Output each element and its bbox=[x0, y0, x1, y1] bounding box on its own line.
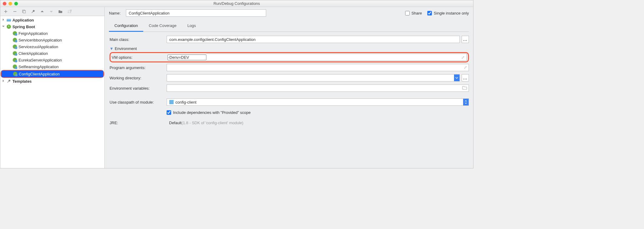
single-instance-checkbox[interactable]: Single instance only bbox=[427, 11, 469, 15]
expand-icon[interactable]: ⤢ bbox=[461, 55, 465, 60]
chevron-right-icon bbox=[2, 80, 5, 83]
main-class-label: Main class: bbox=[110, 37, 167, 42]
share-checkbox[interactable]: Share bbox=[405, 11, 422, 15]
titlebar: Run/Debug Configurations bbox=[0, 0, 473, 7]
tree-item[interactable]: SelflearningApplication bbox=[0, 63, 104, 70]
working-dir-label: Working directory: bbox=[110, 76, 167, 80]
tree-item[interactable]: ClientApplication bbox=[0, 50, 104, 57]
svg-text:z: z bbox=[69, 9, 72, 14]
svg-point-8 bbox=[15, 33, 17, 36]
program-args-input[interactable] bbox=[167, 64, 469, 71]
spring-boot-icon bbox=[12, 64, 17, 69]
folder-open-icon[interactable] bbox=[462, 85, 467, 90]
jre-dropdown[interactable]: Default (1.8 - SDK of 'config-client' mo… bbox=[167, 119, 469, 126]
name-label: Name: bbox=[109, 11, 126, 15]
env-vars-input[interactable] bbox=[167, 85, 469, 92]
remove-icon[interactable] bbox=[12, 9, 17, 14]
tree-node-springboot[interactable]: Spring Boot bbox=[0, 23, 104, 30]
browse-button[interactable]: ... bbox=[462, 74, 469, 81]
tree-item[interactable]: EurekaServerApplication bbox=[0, 57, 104, 63]
dropdown-arrow-icon[interactable] bbox=[463, 99, 469, 105]
svg-point-12 bbox=[15, 47, 17, 49]
copy-icon[interactable] bbox=[22, 9, 26, 14]
config-tree[interactable]: Application Spring Boot FeignApplication… bbox=[0, 16, 104, 168]
module-icon bbox=[169, 100, 174, 104]
svg-rect-1 bbox=[23, 11, 25, 13]
name-input[interactable] bbox=[126, 9, 266, 17]
dropdown-arrow-icon[interactable] bbox=[454, 75, 459, 81]
chevron-down-icon bbox=[2, 25, 5, 28]
tree-node-application[interactable]: Application bbox=[0, 17, 104, 23]
chevron-right-icon bbox=[2, 18, 5, 22]
svg-point-10 bbox=[15, 40, 17, 42]
classpath-dropdown[interactable]: config-client bbox=[167, 98, 469, 106]
tree-node-templates[interactable]: Templates bbox=[0, 78, 104, 85]
chevron-down-icon: ▼ bbox=[110, 46, 114, 51]
application-icon bbox=[6, 18, 11, 22]
browse-button[interactable]: ... bbox=[462, 36, 469, 43]
spring-boot-icon bbox=[12, 44, 17, 49]
selected-highlight: ConfigClientApplication bbox=[1, 70, 104, 78]
tab-code-coverage[interactable]: Code Coverage bbox=[143, 21, 182, 32]
environment-section-header[interactable]: ▼ Environment bbox=[110, 46, 469, 51]
main-class-input[interactable] bbox=[167, 36, 460, 43]
svg-rect-5 bbox=[7, 18, 11, 19]
working-dir-input[interactable] bbox=[167, 74, 460, 81]
right-panel: Name: Share Single instance only Configu… bbox=[105, 7, 473, 168]
wrench-icon[interactable] bbox=[31, 9, 36, 14]
window-title: Run/Debug Configurations bbox=[3, 1, 471, 6]
spring-boot-icon bbox=[12, 51, 17, 56]
tab-logs[interactable]: Logs bbox=[182, 21, 201, 32]
spring-boot-icon bbox=[12, 31, 17, 36]
classpath-label: Use classpath of module: bbox=[110, 100, 167, 105]
tree-item[interactable]: ServicezuulApplication bbox=[0, 43, 104, 50]
window-zoom-icon[interactable] bbox=[14, 2, 18, 5]
spring-boot-icon bbox=[6, 24, 11, 29]
up-icon[interactable] bbox=[40, 9, 45, 14]
tree-item[interactable]: ServiceribbonApplication bbox=[0, 37, 104, 43]
include-provided-checkbox[interactable]: Include dependencies with "Provided" sco… bbox=[167, 110, 251, 115]
env-vars-label: Environment variables: bbox=[110, 86, 167, 91]
down-icon[interactable] bbox=[49, 9, 54, 14]
left-panel: az Application Spring Boot FeignApplicat… bbox=[0, 7, 105, 168]
vm-options-highlight: VM options: ⤢ bbox=[110, 52, 469, 62]
svg-point-20 bbox=[15, 74, 18, 76]
program-args-label: Program arguments: bbox=[110, 65, 167, 70]
tab-configuration[interactable]: Configuration bbox=[109, 21, 143, 32]
spring-boot-icon bbox=[12, 38, 17, 42]
svg-point-18 bbox=[15, 67, 17, 69]
spring-boot-icon bbox=[13, 71, 18, 76]
wrench-icon bbox=[6, 79, 11, 84]
tree-item[interactable]: FeignApplication bbox=[0, 30, 104, 37]
svg-point-14 bbox=[15, 53, 17, 56]
jre-label: JRE: bbox=[110, 121, 167, 125]
vm-options-input[interactable] bbox=[168, 55, 206, 60]
tabs: Configuration Code Coverage Logs bbox=[109, 21, 469, 32]
svg-point-16 bbox=[15, 60, 17, 62]
vm-options-label: VM options: bbox=[112, 55, 168, 60]
tree-toolbar: az bbox=[0, 7, 104, 16]
expand-icon[interactable]: ⤢ bbox=[464, 65, 467, 70]
add-icon[interactable] bbox=[3, 9, 8, 14]
window-minimize-icon[interactable] bbox=[8, 2, 12, 5]
folder-icon[interactable] bbox=[58, 9, 63, 14]
sort-az-icon[interactable]: az bbox=[67, 9, 72, 14]
window-close-icon[interactable] bbox=[3, 2, 6, 5]
tree-item-selected[interactable]: ConfigClientApplication bbox=[2, 71, 103, 77]
spring-boot-icon bbox=[12, 58, 17, 62]
